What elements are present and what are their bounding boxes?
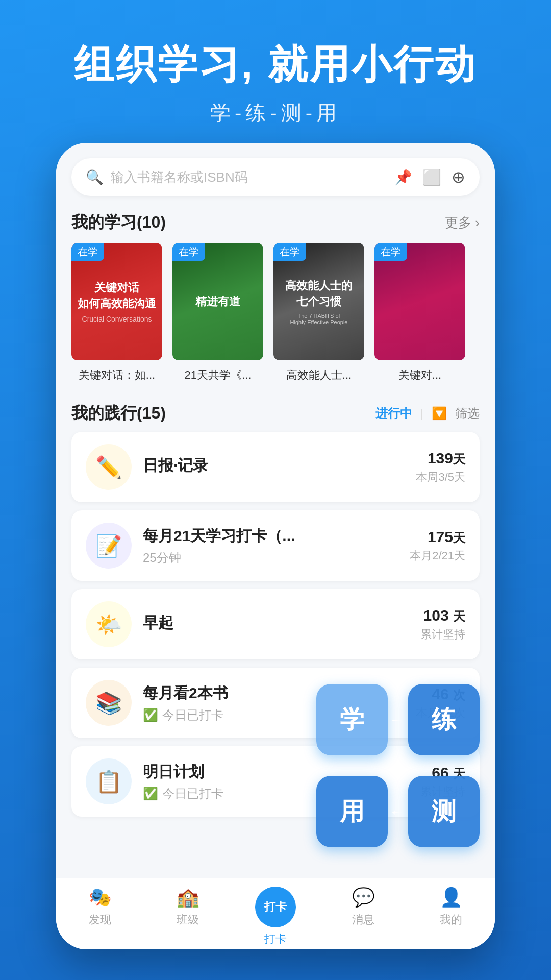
practice-item[interactable]: 🌤️ 早起 103 天 累计坚持 <box>71 589 480 659</box>
practice-progress-3: 累计坚持 <box>420 627 465 642</box>
learning-section-title: 我的学习(10) <box>71 211 166 234</box>
app-subtitle: 学-练-测-用 <box>31 99 520 127</box>
practice-name-3: 早起 <box>143 612 409 633</box>
nav-message[interactable]: 💬 消息 <box>319 887 407 927</box>
practice-info-3: 早起 <box>143 612 409 636</box>
practice-icon-daily: ✏️ <box>86 444 132 490</box>
practice-item[interactable]: ✏️ 日报·记录 139天 本周3/5天 <box>71 432 480 502</box>
book-cover-4: 在学 <box>374 243 465 360</box>
check-icon-5: ✅ <box>143 787 158 801</box>
book-cover-text-2: 精进有道 <box>195 294 240 310</box>
practice-item[interactable]: 📝 每月21天学习打卡（... 25分钟 175天 本月2/21天 <box>71 510 480 581</box>
checkin-circle: 打卡 <box>255 887 296 927</box>
checkin-label: 打卡 <box>264 899 287 915</box>
search-bar[interactable]: 🔍 输入书籍名称或ISBN码 📌 ⬜ ⊕ <box>71 158 480 196</box>
book-cover-1: 关键对话如何高效能沟通 Crucial Conversations 在学 <box>71 243 162 360</box>
book-title-3: 高效能人士... <box>273 368 364 383</box>
bottom-nav: 🎭 发现 🏫 班级 打卡 打卡 💬 消息 <box>56 878 495 949</box>
practice-stats-3: 103 天 累计坚持 <box>420 607 465 642</box>
nav-mine-label: 我的 <box>440 912 462 927</box>
practice-days-2: 175天 <box>410 528 465 546</box>
filter-icon[interactable]: 🔽 <box>432 406 447 421</box>
book-item[interactable]: 高效能人士的七个习惯 The 7 HABITS ofHighly Effecti… <box>273 243 364 383</box>
book-tag-3: 在学 <box>273 243 306 261</box>
nav-class[interactable]: 🏫 班级 <box>144 887 232 927</box>
practice-days-1: 139天 <box>416 450 465 468</box>
practice-name-2: 每月21天学习打卡（... <box>143 526 398 547</box>
learning-section-header: 我的学习(10) 更多 › <box>71 211 480 234</box>
filter-label[interactable]: 筛选 <box>455 405 480 422</box>
nav-checkin-label: 打卡 <box>264 932 287 947</box>
check-icon-4: ✅ <box>143 708 158 722</box>
flow-btn-learn[interactable]: 学 <box>316 684 388 755</box>
message-icon: 💬 <box>352 887 375 908</box>
practice-progress-2: 本月2/21天 <box>410 548 465 564</box>
flow-btn-use[interactable]: 用 <box>316 776 388 847</box>
book-title-4: 关键对... <box>374 368 465 383</box>
nav-message-label: 消息 <box>352 912 374 927</box>
practice-info-1: 日报·记录 <box>143 455 405 479</box>
practice-progress-1: 本周3/5天 <box>416 470 465 485</box>
practice-icon-books: 📚 <box>86 680 132 726</box>
nav-discover-label: 发现 <box>89 912 111 927</box>
book-cover-2: 精进有道 在学 <box>172 243 263 360</box>
practice-stats-1: 139天 本周3/5天 <box>416 450 465 485</box>
book-item[interactable]: 精进有道 在学 21天共学《... <box>172 243 263 383</box>
practice-icon-monthly: 📝 <box>86 523 132 569</box>
search-icon: 🔍 <box>86 169 104 186</box>
class-icon: 🏫 <box>177 887 199 908</box>
practice-section-header: 我的践行(15) 进行中 | 🔽 筛选 <box>71 402 480 425</box>
book-title-2: 21天共学《... <box>172 368 263 383</box>
book-item[interactable]: 在学 关键对... <box>374 243 465 383</box>
nav-class-label: 班级 <box>177 912 199 927</box>
flow-arrow-left: ← <box>389 801 407 822</box>
practice-stats-2: 175天 本月2/21天 <box>410 528 465 564</box>
nav-mine[interactable]: 👤 我的 <box>407 887 495 927</box>
nav-discover[interactable]: 🎭 发现 <box>56 887 144 927</box>
scan-icon[interactable]: ⬜ <box>422 168 441 186</box>
nav-checkin[interactable]: 打卡 打卡 <box>232 887 319 947</box>
book-cover-text-3: 高效能人士的七个习惯 <box>285 278 353 310</box>
books-scroll: 关键对话如何高效能沟通 Crucial Conversations 在学 关键对… <box>71 243 480 388</box>
filter-active[interactable]: 进行中 <box>375 405 412 422</box>
learning-more-button[interactable]: 更多 › <box>445 214 480 232</box>
practice-info-2: 每月21天学习打卡（... 25分钟 <box>143 526 398 566</box>
book-cover-en-1: Crucial Conversations <box>82 315 152 323</box>
practice-sub-2: 25分钟 <box>143 550 398 566</box>
phone-inner: 🔍 输入书籍名称或ISBN码 📌 ⬜ ⊕ 我的学习(10) 更多 › <box>56 143 495 949</box>
app-title: 组织学习, 就用小行动 <box>31 41 520 89</box>
flow-btn-practice[interactable]: 练 <box>408 684 480 755</box>
search-placeholder-text: 输入书籍名称或ISBN码 <box>111 168 387 186</box>
flow-arrow-right: → <box>389 709 407 730</box>
filter-divider: | <box>420 406 423 421</box>
my-learning-section: 我的学习(10) 更多 › 关键对话如何高效能沟通 Crucial Conver… <box>56 211 495 388</box>
phone-frame: 🔍 输入书籍名称或ISBN码 📌 ⬜ ⊕ 我的学习(10) 更多 › <box>56 143 495 949</box>
header: 组织学习, 就用小行动 学-练-测-用 <box>0 0 551 148</box>
book-cover-3: 高效能人士的七个习惯 The 7 HABITS ofHighly Effecti… <box>273 243 364 360</box>
book-tag-2: 在学 <box>172 243 205 261</box>
book-cover-en-3: The 7 HABITS ofHighly Effective People <box>290 313 348 325</box>
flow-overlay: 学 → 练 ↓ 用 ← 测 <box>316 684 480 847</box>
phone-mockup: 🔍 输入书籍名称或ISBN码 📌 ⬜ ⊕ 我的学习(10) 更多 › <box>56 143 495 949</box>
book-cover-text-1: 关键对话如何高效能沟通 <box>78 280 156 312</box>
pin-icon[interactable]: 📌 <box>394 169 412 186</box>
search-actions: 📌 ⬜ ⊕ <box>394 167 465 187</box>
book-tag-4: 在学 <box>374 243 407 261</box>
practice-name-1: 日报·记录 <box>143 455 405 476</box>
practice-days-3: 103 天 <box>420 607 465 625</box>
book-item[interactable]: 关键对话如何高效能沟通 Crucial Conversations 在学 关键对… <box>71 243 162 383</box>
practice-icon-plan: 📋 <box>86 758 132 804</box>
practice-section-title: 我的践行(15) <box>71 402 166 425</box>
flow-arrow-down: ↓ <box>393 755 403 776</box>
mine-icon: 👤 <box>440 887 463 908</box>
book-tag-1: 在学 <box>71 243 104 261</box>
practice-icon-sunrise: 🌤️ <box>86 601 132 647</box>
discover-icon: 🎭 <box>89 887 112 908</box>
book-title-1: 关键对话：如... <box>71 368 162 383</box>
flow-btn-test[interactable]: 测 <box>408 776 480 847</box>
add-icon[interactable]: ⊕ <box>452 167 465 187</box>
practice-filters: 进行中 | 🔽 筛选 <box>375 405 480 422</box>
